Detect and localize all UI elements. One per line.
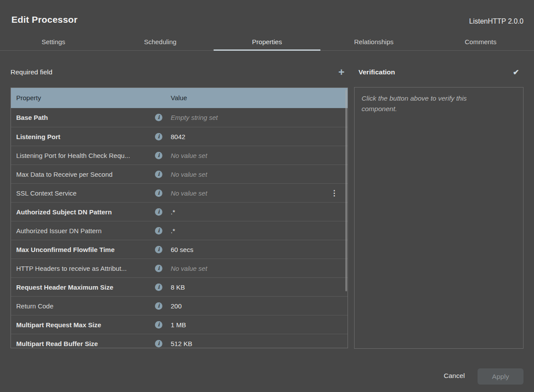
property-value: 200 [171, 297, 182, 315]
apply-button[interactable]: Apply [478, 368, 523, 385]
info-icon[interactable]: i [155, 265, 162, 272]
table-row[interactable]: Request Header Maximum Size i 8 KB ⋮ [11, 277, 348, 296]
property-name: SSL Context Service [16, 184, 158, 203]
cancel-button[interactable]: Cancel [441, 371, 467, 380]
table-row[interactable]: Max Unconfirmed Flowfile Time i 60 secs … [11, 240, 348, 259]
info-icon[interactable]: i [155, 189, 162, 197]
property-value: No value set [171, 165, 207, 184]
column-header-value: Value [171, 94, 187, 102]
properties-section-header: Required field + [11, 66, 348, 79]
property-name: Max Data to Receive per Second [16, 165, 158, 184]
verification-label: Verification [358, 68, 395, 76]
property-name: Request Header Maximum Size [16, 278, 158, 297]
properties-table: Property Value Base Path i Empty string … [11, 88, 348, 348]
info-icon[interactable]: i [155, 246, 162, 253]
info-icon[interactable]: i [155, 340, 162, 347]
info-icon[interactable]: i [155, 152, 162, 159]
property-name: Return Code [16, 297, 158, 315]
property-value: 1 MB [171, 315, 186, 334]
info-icon[interactable]: i [155, 114, 162, 121]
plus-icon: + [338, 66, 344, 78]
property-value: 8042 [171, 127, 185, 146]
property-name: Listening Port [16, 127, 158, 146]
property-name: HTTP Headers to receive as Attribut... [16, 259, 158, 278]
edit-processor-dialog: Edit Processor ListenHTTP 2.0.0 Settings… [0, 0, 534, 392]
tab-label: Properties [252, 38, 282, 46]
property-name: Max Unconfirmed Flowfile Time [16, 240, 158, 259]
table-row[interactable]: Listening Port i 8042 ⋮ [11, 127, 348, 146]
info-icon[interactable]: i [155, 284, 162, 291]
property-name: Listening Port for Health Check Requ... [16, 146, 158, 165]
property-value: .* [171, 221, 175, 240]
property-value: No value set [171, 146, 207, 165]
table-row[interactable]: Authorized Issuer DN Pattern i .* ⋮ [11, 221, 348, 240]
table-body: Base Path i Empty string set ⋮ Listening… [11, 108, 348, 348]
column-header-property: Property [16, 94, 41, 102]
tab-settings[interactable]: Settings [0, 33, 107, 50]
property-value: 8 KB [171, 278, 185, 297]
tab-comments[interactable]: Comments [427, 33, 534, 50]
processor-type-version: ListenHTTP 2.0.0 [469, 18, 523, 25]
table-row[interactable]: Listening Port for Health Check Requ... … [11, 146, 348, 164]
dialog-title: Edit Processor [11, 14, 77, 25]
property-value: .* [171, 203, 175, 221]
info-icon[interactable]: i [155, 321, 162, 329]
property-name: Multipart Request Max Size [16, 315, 158, 334]
tab-label: Scheduling [144, 38, 176, 46]
property-value: 512 KB [171, 334, 192, 348]
verify-button[interactable]: ✔ [513, 68, 523, 77]
table-header-row: Property Value [11, 88, 348, 108]
tab-properties[interactable]: Properties [214, 33, 320, 50]
required-field-label: Required field [11, 68, 53, 76]
property-value: No value set [171, 184, 207, 203]
add-property-button[interactable]: + [338, 67, 348, 77]
property-name: Authorized Issuer DN Pattern [16, 221, 158, 240]
property-value: Empty string set [171, 108, 218, 127]
property-value: 60 secs [171, 240, 193, 259]
tab-bar: Settings Scheduling Properties Relations… [0, 33, 534, 51]
info-icon[interactable]: i [155, 133, 162, 140]
tab-scheduling[interactable]: Scheduling [107, 33, 214, 50]
tab-relationships[interactable]: Relationships [320, 33, 427, 50]
table-row[interactable]: Base Path i Empty string set ⋮ [11, 108, 348, 127]
table-row[interactable]: HTTP Headers to receive as Attribut... i… [11, 259, 348, 277]
property-value: No value set [171, 259, 207, 278]
info-icon[interactable]: i [155, 171, 162, 178]
table-row[interactable]: Authorized Subject DN Pattern i .* ⋮ [11, 202, 348, 221]
table-row[interactable]: SSL Context Service i No value set ⋮ [11, 183, 348, 202]
property-name: Authorized Subject DN Pattern [16, 203, 158, 221]
table-scrollbar-thumb[interactable] [345, 90, 347, 291]
table-row[interactable]: Return Code i 200 ⋮ [11, 296, 348, 315]
tab-label: Relationships [354, 38, 393, 46]
verification-section-header: Verification ✔ [354, 66, 523, 79]
property-name: Base Path [16, 108, 158, 127]
table-row[interactable]: Multipart Request Max Size i 1 MB ⋮ [11, 315, 348, 334]
table-row[interactable]: Multipart Read Buffer Size i 512 KB ⋮ [11, 334, 348, 348]
info-icon[interactable]: i [155, 208, 162, 216]
tab-label: Settings [42, 38, 65, 46]
table-row[interactable]: Max Data to Receive per Second i No valu… [11, 164, 348, 183]
verification-message: Click the button above to verify this co… [362, 93, 497, 114]
verification-panel: Click the button above to verify this co… [354, 87, 523, 349]
check-icon: ✔ [513, 68, 519, 77]
info-icon[interactable]: i [155, 227, 162, 234]
property-name: Multipart Read Buffer Size [16, 334, 158, 348]
info-icon[interactable]: i [155, 302, 162, 310]
tab-label: Comments [465, 38, 497, 46]
kebab-menu-icon[interactable]: ⋮ [330, 184, 338, 203]
